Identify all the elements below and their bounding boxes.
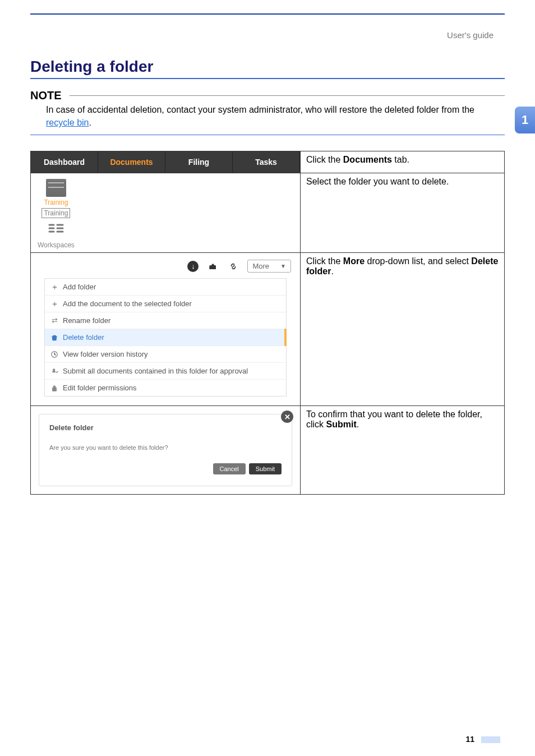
step-1-instruction: Click the Documents tab. xyxy=(301,151,505,173)
header-doc-type: User's guide xyxy=(30,30,505,40)
approval-icon xyxy=(50,367,58,375)
step-3-instruction: Click the More drop-down list, and selec… xyxy=(301,253,505,406)
workspace-icon xyxy=(46,222,66,239)
more-dropdown[interactable]: More ▼ xyxy=(247,260,291,273)
menu-label: Edit folder permissions xyxy=(63,384,137,392)
download-icon[interactable]: ↓ xyxy=(187,260,199,273)
menu-label: Add folder xyxy=(63,283,96,291)
cancel-button[interactable]: Cancel xyxy=(213,463,246,474)
menu-add-document[interactable]: ＋ Add the document to the selected folde… xyxy=(45,296,286,312)
link-icon[interactable] xyxy=(227,260,239,273)
workspace-label: Workspaces xyxy=(38,241,75,249)
steps-table: Dashboard Documents Filing Tasks Click t… xyxy=(30,151,505,495)
section-title: Deleting a folder xyxy=(30,58,505,76)
chapter-badge: 1 xyxy=(515,107,535,133)
menu-submit-approval[interactable]: Submit all documents contained in this f… xyxy=(45,363,286,380)
note-body-suffix: . xyxy=(89,118,91,127)
note-bottom-rule xyxy=(30,135,505,135)
trash-icon xyxy=(50,334,58,342)
plus-icon: ＋ xyxy=(50,283,58,291)
step-1-text-b: Documents xyxy=(343,155,392,164)
tab-tasks[interactable]: Tasks xyxy=(233,151,300,173)
more-label: More xyxy=(252,262,269,270)
folder-label: Training xyxy=(44,209,68,217)
step-4-image: ✕ Delete folder Are you sure you want to… xyxy=(31,406,301,495)
note-body: In case of accidental deletion, contact … xyxy=(46,103,505,129)
step-2-image: Training Training Workspaces xyxy=(31,173,301,253)
step-1-text-a: Click the xyxy=(306,155,343,164)
toolbar: ↓ More ▼ xyxy=(38,260,293,273)
tab-dashboard[interactable]: Dashboard xyxy=(31,151,98,173)
note-body-prefix: In case of accidental deletion, contact … xyxy=(46,105,474,114)
menu-rename-folder[interactable]: ⇄ Rename folder xyxy=(45,312,286,329)
step-4-instruction: To confirm that you want to delete the f… xyxy=(301,406,505,495)
delete-dialog: Delete folder Are you sure you want to d… xyxy=(39,414,292,486)
step-4-text-c: . xyxy=(357,420,359,429)
workspaces-item[interactable]: Workspaces xyxy=(38,222,75,249)
more-menu: ＋ Add folder ＋ Add the document to the s… xyxy=(44,278,287,397)
tab-bar: Dashboard Documents Filing Tasks xyxy=(31,151,300,173)
upload-icon[interactable] xyxy=(207,260,219,273)
folder-training-1[interactable]: Training xyxy=(44,179,68,206)
rename-icon: ⇄ xyxy=(50,317,58,325)
step-3-text-e: . xyxy=(331,266,333,276)
menu-delete-folder[interactable]: Delete folder xyxy=(45,329,286,346)
menu-label: View folder version history xyxy=(63,350,148,358)
chevron-down-icon: ▼ xyxy=(280,263,286,269)
lock-icon xyxy=(50,384,58,392)
menu-add-folder[interactable]: ＋ Add folder xyxy=(45,279,286,296)
step-2-text-a: Select the folder you want to delete. xyxy=(306,177,449,186)
menu-label: Add the document to the selected folder xyxy=(63,299,192,308)
menu-label: Rename folder xyxy=(63,316,110,325)
step-3-text-a: Click the xyxy=(306,256,343,266)
page-number: 11 xyxy=(466,735,500,744)
folder-icon xyxy=(46,179,66,197)
step-1-image: Dashboard Documents Filing Tasks xyxy=(31,151,301,173)
step-3-text-b: More xyxy=(343,256,365,266)
dialog-question: Are you sure you want to delete this fol… xyxy=(49,444,282,451)
step-3-text-c: drop-down list, and select xyxy=(365,256,471,266)
tab-filing[interactable]: Filing xyxy=(165,151,233,173)
menu-label: Delete folder xyxy=(63,333,104,342)
folder-training-selected[interactable]: Training xyxy=(41,208,70,218)
page-number-box xyxy=(481,736,500,743)
top-rule xyxy=(30,13,505,15)
page-number-value: 11 xyxy=(466,735,475,744)
section-title-rule xyxy=(30,78,505,79)
note-label: NOTE xyxy=(30,89,62,102)
step-4-text-b: Submit xyxy=(326,420,357,429)
plus-icon: ＋ xyxy=(50,300,58,308)
recycle-bin-link[interactable]: recycle bin xyxy=(46,118,89,127)
clock-icon xyxy=(50,351,58,358)
menu-edit-permissions[interactable]: Edit folder permissions xyxy=(45,380,286,396)
menu-label: Submit all documents contained in this f… xyxy=(63,367,248,375)
folder-label: Training xyxy=(44,199,68,206)
step-2-instruction: Select the folder you want to delete. xyxy=(301,173,505,253)
step-3-image: ↓ More ▼ xyxy=(31,253,301,406)
tab-documents[interactable]: Documents xyxy=(98,151,165,173)
step-1-text-c: tab. xyxy=(392,155,409,164)
dialog-title: Delete folder xyxy=(49,423,282,432)
menu-version-history[interactable]: View folder version history xyxy=(45,346,286,363)
note-line xyxy=(70,95,505,96)
submit-button[interactable]: Submit xyxy=(249,463,282,474)
